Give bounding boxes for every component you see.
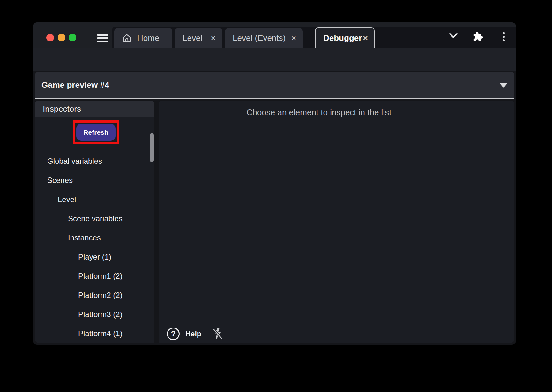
inspector-tree-item[interactable]: Platform4 (1) bbox=[35, 324, 154, 343]
title-bar: Home Level ✕ Level (Events) ✕ Debugger ✕ bbox=[33, 22, 516, 48]
tab-label: Level (Events) bbox=[233, 33, 286, 43]
preview-dropdown-caret-icon[interactable] bbox=[500, 83, 507, 88]
inspector-tree-item[interactable]: Instances bbox=[35, 228, 154, 247]
tab-label: Debugger bbox=[323, 33, 362, 43]
inspector-detail-pane: Choose an element to inspect in the list… bbox=[159, 101, 514, 343]
zoom-window-button[interactable] bbox=[69, 34, 76, 41]
inspector-tree-item[interactable]: Platform1 (2) bbox=[35, 267, 154, 286]
close-icon[interactable]: ✕ bbox=[290, 34, 297, 42]
chevron-down-icon[interactable] bbox=[449, 33, 458, 39]
minimize-window-button[interactable] bbox=[58, 34, 65, 41]
help-label[interactable]: Help bbox=[185, 330, 201, 338]
hamburger-menu-icon[interactable] bbox=[97, 34, 108, 42]
inspector-tree-item[interactable]: Global variables bbox=[35, 152, 154, 171]
debugger-toolbar: Pause bbox=[33, 48, 516, 71]
inspector-tree-item[interactable]: Scene variables bbox=[35, 209, 154, 228]
inspectors-sidebar: Inspectors Refresh Global variables Scen… bbox=[35, 101, 154, 343]
app-window: Home Level ✕ Level (Events) ✕ Debugger ✕ bbox=[33, 22, 516, 345]
inspectors-header: Inspectors bbox=[35, 101, 154, 117]
inspector-tree: Global variables Scenes Level Scene vari… bbox=[35, 152, 154, 343]
close-icon[interactable]: ✕ bbox=[362, 34, 369, 42]
inspector-tree-item[interactable]: Level bbox=[35, 190, 154, 209]
help-row: ? Help bbox=[167, 327, 224, 341]
inspector-tree-item[interactable]: Platform2 (2) bbox=[35, 286, 154, 305]
tab-label: Home bbox=[137, 33, 159, 43]
extensions-puzzle-icon[interactable] bbox=[473, 31, 483, 42]
inspectors-title: Inspectors bbox=[43, 104, 81, 114]
refresh-annotation-box: Refresh bbox=[73, 120, 119, 144]
game-preview-title: Game preview #4 bbox=[41, 80, 109, 90]
inspector-tree-item[interactable]: Player (1) bbox=[35, 247, 154, 267]
tab-label: Level bbox=[183, 33, 202, 43]
game-preview-header[interactable]: Game preview #4 bbox=[35, 72, 514, 99]
flash-off-icon[interactable] bbox=[212, 327, 224, 341]
refresh-button[interactable]: Refresh bbox=[76, 124, 116, 141]
inspector-tree-item[interactable]: Scenes bbox=[35, 171, 154, 190]
more-options-kebab-icon[interactable] bbox=[502, 32, 505, 41]
tab-level[interactable]: Level ✕ bbox=[175, 28, 222, 48]
close-window-button[interactable] bbox=[46, 34, 54, 41]
help-question-icon[interactable]: ? bbox=[167, 328, 180, 340]
close-icon[interactable]: ✕ bbox=[210, 34, 217, 42]
inspector-tree-item[interactable]: Platform3 (2) bbox=[35, 305, 154, 324]
tab-level-events[interactable]: Level (Events) ✕ bbox=[225, 28, 303, 48]
home-icon bbox=[122, 33, 132, 43]
tab-home[interactable]: Home bbox=[114, 28, 172, 48]
tab-debugger[interactable]: Debugger ✕ bbox=[315, 27, 375, 48]
empty-state-message: Choose an element to inspect in the list bbox=[159, 108, 514, 117]
